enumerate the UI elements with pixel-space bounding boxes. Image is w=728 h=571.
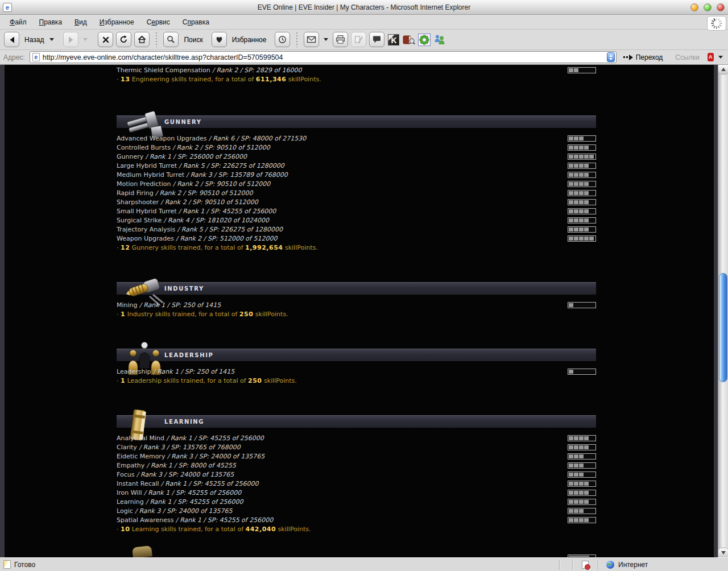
scroll-up-icon bbox=[721, 68, 726, 71]
menu-item-help[interactable]: Справка bbox=[176, 16, 216, 28]
skill-name: Rapid Firing bbox=[117, 189, 154, 197]
progress-segment bbox=[574, 191, 578, 195]
progress-segment bbox=[579, 164, 584, 168]
skill-detail: / Rank 2 / SP: 90510 of 512000 bbox=[171, 180, 270, 188]
skill-progress-bar bbox=[568, 302, 596, 308]
progress-segment bbox=[589, 491, 594, 495]
mail-dropdown-caret[interactable] bbox=[324, 38, 328, 41]
skill-progress-bar bbox=[568, 154, 596, 160]
progress-segment bbox=[589, 209, 594, 213]
skill-row: Spatial Awareness / Rank 1 / SP: 45255 o… bbox=[117, 516, 596, 526]
minimize-button[interactable] bbox=[690, 3, 698, 11]
progress-segment bbox=[579, 237, 584, 241]
skill-name: Logic bbox=[117, 507, 133, 515]
internet-globe-icon bbox=[606, 561, 614, 569]
address-dropdown-button[interactable] bbox=[607, 52, 615, 62]
print-button[interactable] bbox=[333, 32, 348, 47]
skill-detail: / Rank 2 / SP: 90510 of 512000 bbox=[171, 144, 270, 151]
links-label[interactable]: Ссылки bbox=[675, 53, 699, 61]
progress-segment bbox=[569, 473, 573, 477]
home-button[interactable] bbox=[134, 32, 150, 47]
back-button[interactable] bbox=[4, 32, 19, 47]
icq-button[interactable] bbox=[418, 34, 431, 46]
discuss-button[interactable] bbox=[369, 32, 384, 47]
progress-segment bbox=[589, 303, 594, 307]
menu-item-view[interactable]: Вид bbox=[68, 16, 93, 28]
go-button[interactable]: Переход bbox=[623, 53, 663, 61]
progress-segment bbox=[584, 482, 589, 486]
history-button[interactable] bbox=[275, 32, 290, 47]
progress-segment bbox=[584, 68, 589, 72]
progress-segment bbox=[579, 518, 584, 522]
links-dropdown-caret[interactable] bbox=[718, 56, 723, 59]
progress-segment bbox=[574, 491, 578, 495]
search-button[interactable] bbox=[163, 32, 179, 47]
scrollbar-thumb[interactable] bbox=[719, 273, 727, 382]
search-button-label[interactable]: Поиск bbox=[184, 36, 202, 44]
discuss-icon bbox=[372, 35, 382, 44]
progress-segment bbox=[569, 303, 573, 307]
section-header: LEADERSHIP bbox=[117, 349, 596, 361]
section-header: INDUSTRY bbox=[117, 282, 596, 295]
favorites-button[interactable] bbox=[212, 32, 227, 47]
menu-item-favorites[interactable]: Избранное bbox=[93, 16, 140, 28]
progress-segment bbox=[589, 182, 594, 186]
section-header: GUNNERY bbox=[117, 115, 596, 128]
menu-item-tools[interactable]: Сервис bbox=[140, 16, 176, 28]
menu-item-file[interactable]: Файл bbox=[3, 16, 33, 28]
skill-row: Small Hybrid Turret / Rank 1 / SP: 45255… bbox=[117, 208, 596, 217]
skill-name: Controlled Bursts bbox=[117, 144, 171, 151]
progress-segment bbox=[589, 218, 594, 222]
address-input[interactable]: e http://myeve.eve-online.com/character/… bbox=[30, 51, 617, 63]
back-button-label[interactable]: Назад bbox=[24, 36, 44, 44]
dictionary-button[interactable] bbox=[403, 34, 415, 46]
kaspersky-button[interactable]: K bbox=[387, 34, 400, 46]
progress-segment bbox=[574, 436, 578, 440]
stop-button[interactable] bbox=[98, 32, 113, 47]
home-icon bbox=[137, 35, 147, 44]
scroll-up-button[interactable] bbox=[718, 65, 728, 75]
title-bar: e EVE Online | EVE Insider | My Characte… bbox=[0, 0, 728, 15]
skill-name: Motion Prediction bbox=[117, 180, 171, 188]
maximize-button[interactable] bbox=[704, 3, 712, 11]
skill-detail: / Rank 2 / SP: 512000 of 512000 bbox=[174, 235, 278, 242]
skill-row: Gunnery / Rank 1 / SP: 256000 of 256000 bbox=[117, 153, 596, 162]
menu-item-edit[interactable]: Правка bbox=[33, 16, 69, 28]
skill-name: Analytical Mind bbox=[117, 435, 164, 442]
adobe-pdf-icon[interactable]: A bbox=[708, 53, 714, 61]
skill-row: Analytical Mind / Rank 1 / SP: 45255 of … bbox=[117, 435, 596, 444]
skill-detail: / Rank 1 / SP: 45255 of 256000 bbox=[159, 480, 259, 487]
messenger-button[interactable] bbox=[433, 34, 446, 46]
progress-segment bbox=[584, 164, 589, 168]
mail-button[interactable] bbox=[304, 32, 319, 47]
close-button[interactable] bbox=[717, 3, 725, 11]
forward-icon bbox=[67, 35, 76, 44]
progress-segment bbox=[579, 155, 584, 159]
back-dropdown-caret[interactable] bbox=[49, 38, 54, 41]
progress-segment bbox=[574, 473, 578, 477]
refresh-button[interactable] bbox=[116, 32, 131, 47]
section-summary: · 1 Leadership skills trained, for a tot… bbox=[117, 377, 596, 386]
section-summary: · 13 Engineering skills trained, for a t… bbox=[117, 76, 596, 85]
progress-segment bbox=[579, 454, 584, 458]
dictionary-book-icon bbox=[403, 34, 415, 45]
scroll-down-button[interactable] bbox=[718, 548, 728, 557]
stop-icon bbox=[101, 35, 110, 44]
skill-row: Sharpshooter / Rank 2 / SP: 90510 of 512… bbox=[117, 198, 596, 208]
progress-segment bbox=[569, 218, 573, 222]
up-arrow-icon bbox=[609, 55, 613, 57]
skill-progress-bar bbox=[568, 190, 596, 196]
skill-name: Advanced Weapon Upgrades bbox=[117, 135, 207, 142]
address-url[interactable]: http://myeve.eve-online.com/character/sk… bbox=[43, 53, 607, 61]
skill-detail: / Rank 4 / SP: 181020 of 1024000 bbox=[162, 217, 269, 224]
vertical-scrollbar[interactable] bbox=[718, 65, 728, 557]
progress-segment bbox=[579, 464, 584, 467]
activity-spinner-icon bbox=[707, 16, 726, 31]
progress-segment bbox=[569, 509, 573, 513]
favorites-button-label[interactable]: Избранное bbox=[232, 36, 267, 44]
icq-flower-icon bbox=[419, 35, 429, 45]
go-button-label[interactable]: Переход bbox=[636, 53, 663, 61]
skill-detail: / Rank 2 / SP: 2829 of 16000 bbox=[210, 67, 302, 74]
progress-segment bbox=[579, 68, 584, 72]
progress-segment bbox=[574, 454, 578, 458]
